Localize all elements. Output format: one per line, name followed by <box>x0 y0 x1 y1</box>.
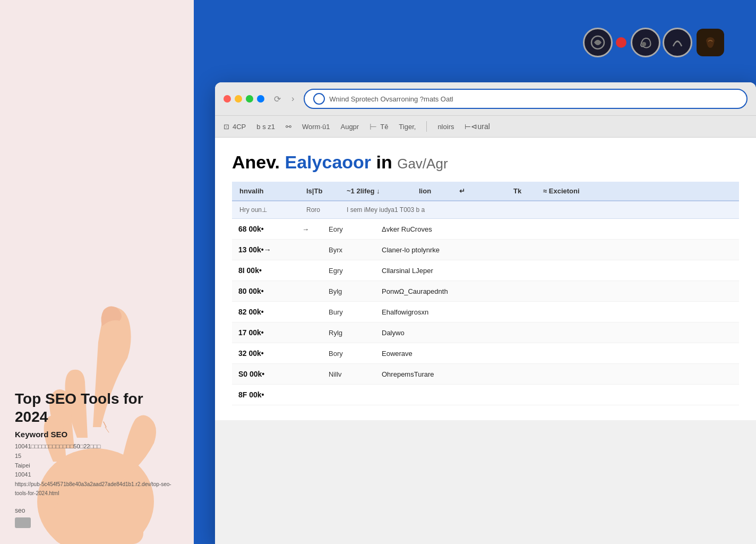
row-desc: Claner-lo ptolynrke <box>382 246 733 254</box>
tab-item-1[interactable]: ⊡ 4CP <box>224 123 246 131</box>
row-num: 13 00k•→ <box>238 245 291 254</box>
tab-item-8[interactable]: nloirs <box>437 123 454 131</box>
sidebar-meta: 10041□□□□□□□□□□□□50□22□□□ 15 Taipei 1004… <box>15 442 179 498</box>
row-desc: PonwΩ_Caurapednth <box>382 287 733 295</box>
table-row: 8I 00k• Egry Cllarsinal LJeper <box>232 260 739 281</box>
row-num: 82 00k• <box>238 308 291 316</box>
tab-item-5[interactable]: Augpr <box>340 123 359 131</box>
table-row: 68 00k• → Eory Δvker RuCroves <box>232 219 739 240</box>
row-arrow: → <box>302 225 318 233</box>
row-num: 68 00k• <box>238 225 291 233</box>
heading-part2: Ealycaoor <box>285 152 372 172</box>
browser-window: ⟳ › Wnind Sprotech Ovsarroning ?mats Oat… <box>215 82 756 544</box>
th-lstb: ls|Tb <box>306 187 338 195</box>
sidebar-icon <box>15 517 31 528</box>
sidebar-tag: seo <box>15 507 179 514</box>
tab-item-7[interactable]: Tiger, <box>399 123 416 131</box>
row-label: Bory <box>329 350 371 358</box>
browser-chrome: ⟳ › Wnind Sprotech Ovsarroning ?mats Oat… <box>215 82 756 116</box>
row-num: 80 00k• <box>238 287 291 295</box>
tab-label-7: Tiger, <box>399 123 416 131</box>
row-num: 8I 00k• <box>238 266 291 275</box>
sub-roro: Roro <box>306 206 338 214</box>
tab-icon-3: ⚯ <box>286 123 291 131</box>
traffic-lights <box>224 95 264 103</box>
tab-label-2: b s z1 <box>256 123 275 131</box>
data-rows: 68 00k• → Eory Δvker RuCroves 13 00k•→ B… <box>232 219 739 405</box>
sub-desc: I sem iMey iudya1 T003 b a <box>347 206 732 214</box>
table-row: 32 00k• Bory Eowerave <box>232 343 739 364</box>
row-label: Bylg <box>329 287 371 295</box>
row-desc: OhrepemsTurare <box>382 370 733 378</box>
table-row: 17 00k• Rylg Dalywo <box>232 322 739 343</box>
forward-button[interactable]: › <box>288 93 297 105</box>
app-icon-4[interactable] <box>697 29 724 56</box>
th-invalid: hnvalih <box>239 187 298 195</box>
app-icon-3[interactable] <box>663 28 692 57</box>
table-header: hnvalih ls|Tb ~1 2lifeg ↓ lion ↵ Tk ≈ Ex… <box>232 182 739 201</box>
close-button[interactable] <box>224 95 231 103</box>
tab-label-4: Worm·û1 <box>302 123 330 131</box>
row-desc: Δvker RuCroves <box>382 225 733 233</box>
tab-item-6[interactable]: ⊢ Tē <box>370 122 388 132</box>
table-row: 80 00k• Bylg PonwΩ_Caurapednth <box>232 281 739 302</box>
table-subheader: Hry oun⊥ Roro I sem iMey iudya1 T003 b a <box>232 201 739 219</box>
app-icon-1[interactable] <box>583 28 613 57</box>
minimize-button[interactable] <box>235 95 242 103</box>
tab-item-4[interactable]: Worm·û1 <box>302 123 330 131</box>
row-desc: Cllarsinal LJeper <box>382 267 733 275</box>
tab-label-1: 4CP <box>233 123 246 131</box>
tab-item-2[interactable]: b s z1 <box>256 123 275 131</box>
row-label: Bury <box>329 308 371 316</box>
row-label: Nillv <box>329 370 371 378</box>
row-label: Byrx <box>329 246 371 254</box>
tab-label-9: ⊢⊲ural <box>465 122 489 131</box>
page-heading: Anev. Ealycaoor in Gav/Agr <box>232 152 739 172</box>
tab-bar: ⊡ 4CP b s z1 ⚯ Worm·û1 Augpr ⊢ Tē Tiger, <box>215 116 756 138</box>
th-lion: lion <box>419 187 451 195</box>
tab-item-3[interactable]: ⚯ <box>286 123 291 131</box>
th-tk: Tk <box>513 187 535 195</box>
divider-1 <box>426 121 427 132</box>
tab-item-9[interactable]: ⊢⊲ural <box>465 122 489 131</box>
heading-part4: Gav/Agr <box>397 156 448 172</box>
row-desc: Dalywo <box>382 329 733 337</box>
top-bar <box>194 0 756 85</box>
heading-part3: in <box>376 152 392 172</box>
extra-button[interactable] <box>257 95 264 103</box>
address-bar[interactable]: Wnind Sprotech Ovsarroning ?mats Oatl <box>304 89 748 109</box>
page-content: Anev. Ealycaoor in Gav/Agr hnvalih ls|Tb… <box>215 138 756 420</box>
row-label: Egry <box>329 267 371 275</box>
address-text: Wnind Sprotech Ovsarroning ?mats Oatl <box>329 95 453 103</box>
browser-nav: ⟳ › <box>271 93 297 105</box>
table-row: 13 00k•→ Byrx Claner-lo ptolynrke <box>232 240 739 260</box>
table-row: S0 00k• Nillv OhrepemsTurare <box>232 364 739 385</box>
tab-icon-6: ⊢ <box>370 122 377 132</box>
tab-label-6: Tē <box>380 123 388 131</box>
row-desc: Ehalfowigrosxn <box>382 308 733 316</box>
table-row: 8F 00k• <box>232 385 739 405</box>
heading-part1: Anev. <box>232 152 280 172</box>
row-label: Eory <box>329 225 371 233</box>
sub-hryoun: Hry oun⊥ <box>239 206 298 214</box>
maximize-button[interactable] <box>246 95 253 103</box>
row-num: 17 00k• <box>238 328 291 337</box>
back-button[interactable]: ⟳ <box>271 93 284 105</box>
tab-label-8: nloirs <box>437 123 454 131</box>
th-filter[interactable]: ~1 2lifeg ↓ <box>347 187 410 195</box>
th-arrow: ↵ <box>459 187 480 195</box>
sidebar-link[interactable]: https://pub-5c454f571b8e40a3a2aad27ade84… <box>15 481 171 497</box>
address-circle-icon <box>313 93 325 105</box>
tab-label-5: Augpr <box>340 123 359 131</box>
row-num: 8F 00k• <box>238 390 291 399</box>
row-label: Rylg <box>329 329 371 337</box>
sidebar: Top SEO Tools for 2024 Keyword SEO 10041… <box>0 0 194 544</box>
tab-icon-1: ⊡ <box>224 123 229 131</box>
sidebar-subtitle: Keyword SEO <box>15 430 179 439</box>
row-num: 32 00k• <box>238 349 291 358</box>
main-area: ⟳ › Wnind Sprotech Ovsarroning ?mats Oat… <box>194 0 756 544</box>
top-icons <box>583 28 724 57</box>
row-desc: Eowerave <box>382 350 733 358</box>
app-icon-2[interactable] <box>631 28 660 57</box>
sidebar-title: Top SEO Tools for 2024 <box>15 390 179 426</box>
